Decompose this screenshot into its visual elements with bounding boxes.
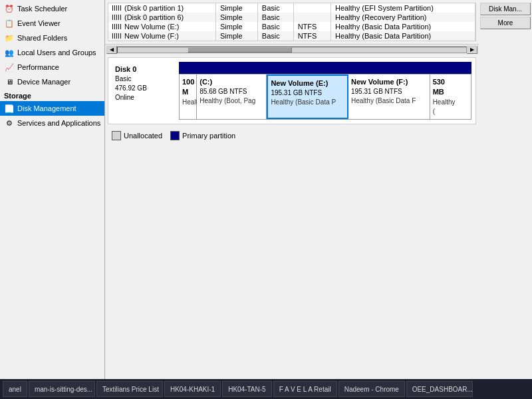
volume-stripe-icon	[112, 24, 122, 29]
volume-name-text: (Disk 0 partition 1)	[124, 4, 184, 12]
disk-type: Basic	[115, 74, 176, 84]
status-cell: Healthy (Recovery Partition)	[331, 13, 475, 22]
disk-row: Disk 0 Basic 476.92 GB Online 100 MHealt…	[112, 62, 471, 120]
disk-man-button[interactable]: Disk Man...	[480, 3, 531, 15]
table-row[interactable]: New Volume (E:)SimpleBasicNTFSHealthy (B…	[108, 22, 475, 31]
table-row[interactable]: New Volume (F:)SimpleBasicNTFSHealthy (B…	[108, 31, 475, 41]
volume-cell: (Disk 0 partition 6)	[108, 13, 216, 22]
disk-info: Disk 0 Basic 476.92 GB Online	[112, 62, 179, 120]
layout-cell: Simple	[216, 3, 258, 13]
scroll-left-btn[interactable]: ◀	[106, 46, 117, 54]
sidebar-item-performance[interactable]: 📈 Performance	[0, 60, 104, 74]
volume-cell: New Volume (E:)	[108, 22, 216, 31]
sidebar-item-disk-management[interactable]: 💾 Disk Management	[0, 101, 104, 116]
partition-p1[interactable]: 100 MHealt	[180, 74, 197, 119]
partition-name-p3: New Volume (E:)	[271, 78, 344, 88]
status-cell: Healthy (Basic Data Partition)	[331, 22, 475, 31]
disk-header-bar	[179, 62, 471, 74]
volume-stripe-icon	[112, 5, 122, 11]
sidebar-label-services-apps: Services and Applications	[17, 119, 100, 127]
layout-cell: Simple	[216, 13, 258, 22]
sidebar-label-performance: Performance	[17, 63, 59, 71]
layout-cell: Simple	[216, 31, 258, 41]
taskbar-item-textilians[interactable]: Textilians Price List	[96, 381, 163, 397]
legend-item-primary: Primary partition	[170, 131, 235, 140]
scrollbar-track[interactable]	[117, 47, 467, 53]
sidebar-item-shared-folders[interactable]: 📁 Shared Folders	[0, 31, 104, 45]
volume-name-text: (Disk 0 partition 6)	[124, 13, 184, 21]
type-cell: Basic	[257, 22, 293, 31]
fs-cell: NTFS	[293, 22, 331, 31]
legend-box-unallocated	[112, 131, 121, 140]
volume-cell: (Disk 0 partition 1)	[108, 3, 216, 13]
table-row[interactable]: (Disk 0 partition 1)SimpleBasicHealthy (…	[108, 3, 475, 13]
partition-size-p4: 195.31 GB NTFS	[351, 87, 427, 96]
status-cell: Healthy (EFI System Partition)	[331, 3, 475, 13]
sidebar-label-local-users: Local Users and Groups	[17, 49, 96, 57]
partition-status-p4: Healthy (Basic Data F	[351, 96, 427, 106]
legend-area: UnallocatedPrimary partition	[105, 127, 479, 144]
sidebar-label-device-manager: Device Manager	[17, 78, 70, 86]
more-button[interactable]: More	[480, 17, 531, 29]
disk-label: Disk 0	[115, 65, 176, 74]
partition-p3[interactable]: New Volume (E:)195.31 GB NTFSHealthy (Ba…	[267, 74, 348, 119]
sidebar-item-event-viewer[interactable]: 📋 Event Viewer	[0, 16, 104, 31]
disk-management-icon: 💾	[4, 103, 15, 114]
services-apps-icon: ⚙	[4, 118, 15, 128]
event-viewer-icon: 📋	[4, 18, 15, 29]
sidebar: ⏰ Task Scheduler 📋 Event Viewer 📁 Shared…	[0, 0, 105, 379]
partitions-row: 100 MHealt(C:)85.68 GB NTFSHealthy (Boot…	[179, 74, 471, 120]
scroll-right-btn[interactable]: ▶	[467, 46, 477, 54]
disk-header-segment-p1	[179, 62, 196, 74]
sidebar-item-task-scheduler[interactable]: ⏰ Task Scheduler	[0, 1, 104, 16]
performance-icon: 📈	[4, 62, 15, 72]
partition-status-p5: Healthy (	[433, 98, 457, 116]
partition-p5[interactable]: 530 MBHealthy (	[430, 74, 460, 119]
partition-p2[interactable]: (C:)85.68 GB NTFSHealthy (Boot, Pag	[197, 74, 267, 119]
partition-name-p2: (C:)	[200, 77, 263, 87]
scrollbar-thumb[interactable]	[188, 47, 292, 53]
table-row[interactable]: (Disk 0 partition 6)SimpleBasicHealthy (…	[108, 13, 475, 22]
partition-name-p4: New Volume (F:)	[351, 77, 427, 87]
sidebar-item-local-users[interactable]: 👥 Local Users and Groups	[0, 45, 104, 60]
partition-size-p2: 85.68 GB NTFS	[200, 87, 263, 96]
taskbar-item-hk04-tan[interactable]: HK04-TAN-5	[222, 381, 272, 397]
type-cell: Basic	[257, 13, 293, 22]
sidebar-item-services-apps[interactable]: ⚙ Services and Applications	[0, 116, 104, 130]
taskbar-item-favela[interactable]: F A V E L A Retail	[273, 381, 337, 397]
disk-table: (Disk 0 partition 1)SimpleBasicHealthy (…	[108, 3, 475, 41]
disk-table-area: (Disk 0 partition 1)SimpleBasicHealthy (…	[108, 3, 476, 41]
taskbar-item-hk04-khaki[interactable]: HK04-KHAKI-1	[164, 381, 221, 397]
content-area: ⏰ Task Scheduler 📋 Event Viewer 📁 Shared…	[0, 0, 532, 379]
legend-label-unallocated: Unallocated	[124, 132, 162, 140]
status-cell: Healthy (Basic Data Partition)	[331, 31, 475, 41]
right-buttons-panel: Disk Man... More	[479, 0, 532, 379]
fs-cell	[293, 13, 331, 22]
storage-section-header: Storage	[0, 89, 104, 101]
layout-cell: Simple	[216, 22, 258, 31]
fs-cell	[293, 3, 331, 13]
main-panel: (Disk 0 partition 1)SimpleBasicHealthy (…	[105, 0, 479, 379]
shared-folders-icon: 📁	[4, 33, 15, 43]
taskbar: anelman-is-sitting-des...Textilians Pric…	[0, 379, 532, 399]
sidebar-label-disk-management: Disk Management	[17, 104, 76, 112]
disk-header-segment-p4	[348, 62, 430, 74]
sidebar-item-device-manager[interactable]: 🖥 Device Manager	[0, 74, 104, 89]
local-users-icon: 👥	[4, 47, 15, 58]
volume-stripe-icon	[112, 15, 122, 20]
main-container: ⏰ Task Scheduler 📋 Event Viewer 📁 Shared…	[0, 0, 532, 399]
taskbar-item-oee-dashboard[interactable]: OEE_DASHBOAR...	[406, 381, 473, 397]
taskbar-item-man-is-sitting[interactable]: man-is-sitting-des...	[29, 381, 95, 397]
volume-cell: New Volume (F:)	[108, 31, 216, 41]
taskbar-item-nadeem[interactable]: Nadeem - Chrome	[338, 381, 405, 397]
type-cell: Basic	[257, 3, 293, 13]
device-manager-icon: 🖥	[4, 76, 15, 87]
partition-status-p1: Healt	[182, 98, 194, 107]
disk-header-segment-p2	[196, 62, 267, 74]
sidebar-label-shared-folders: Shared Folders	[17, 34, 67, 42]
taskbar-item-panel[interactable]: anel	[3, 381, 27, 397]
partition-p4[interactable]: New Volume (F:)195.31 GB NTFSHealthy (Ba…	[348, 74, 430, 119]
legend-label-primary: Primary partition	[182, 132, 235, 140]
scrollbar-area[interactable]: ◀ ▶	[105, 44, 479, 55]
task-scheduler-icon: ⏰	[4, 3, 15, 14]
